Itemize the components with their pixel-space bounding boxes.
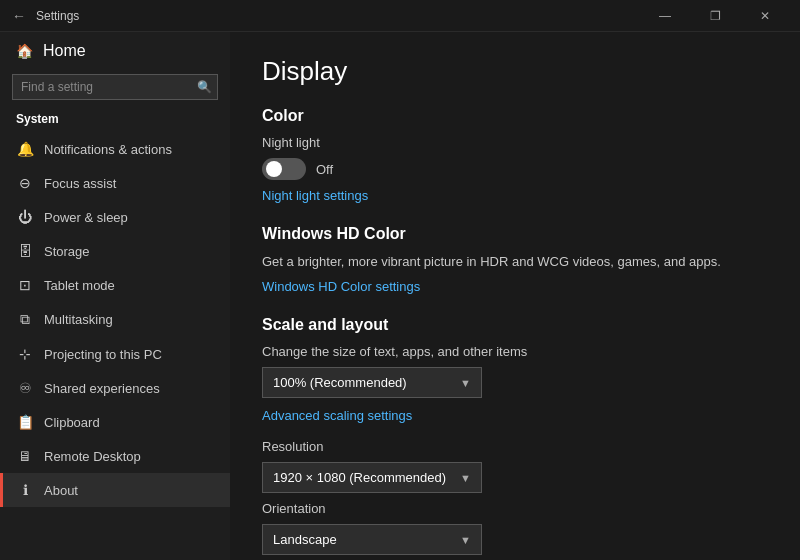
night-light-status: Off [316, 162, 333, 177]
page-title: Display [262, 56, 768, 87]
titlebar-controls: — ❐ ✕ [642, 0, 788, 32]
night-light-row: Off [262, 158, 768, 180]
sidebar-item-label: Shared experiences [44, 381, 160, 396]
sidebar-item-label: Clipboard [44, 415, 100, 430]
sidebar-item-label: Projecting to this PC [44, 347, 162, 362]
focus-icon: ⊖ [16, 175, 34, 191]
section-label: System [0, 108, 230, 132]
scale-label: Change the size of text, apps, and other… [262, 344, 768, 359]
orientation-dropdown-arrow: ▼ [460, 534, 471, 546]
night-light-settings-link[interactable]: Night light settings [262, 188, 368, 203]
scale-dropdown[interactable]: 100% (Recommended) ▼ [262, 367, 482, 398]
scale-dropdown-arrow: ▼ [460, 377, 471, 389]
resolution-dropdown-arrow: ▼ [460, 472, 471, 484]
sidebar-item-label: About [44, 483, 78, 498]
titlebar: ← Settings — ❐ ✕ [0, 0, 800, 32]
scale-value: 100% (Recommended) [273, 375, 407, 390]
night-light-label: Night light [262, 135, 768, 150]
projecting-icon: ⊹ [16, 346, 34, 362]
home-icon: 🏠 [16, 43, 33, 59]
sidebar-item-shared[interactable]: ♾ Shared experiences [0, 371, 230, 405]
remote-icon: 🖥 [16, 448, 34, 464]
search-input[interactable] [12, 74, 218, 100]
sidebar: 🏠 Home 🔍 System 🔔 Notifications & action… [0, 32, 230, 560]
sidebar-item-label: Storage [44, 244, 90, 259]
titlebar-title: Settings [36, 9, 79, 23]
sidebar-item-label: Notifications & actions [44, 142, 172, 157]
close-button[interactable]: ✕ [742, 0, 788, 32]
home-label: Home [43, 42, 86, 60]
sidebar-item-focus[interactable]: ⊖ Focus assist [0, 166, 230, 200]
hd-color-description: Get a brighter, more vibrant picture in … [262, 253, 722, 271]
sidebar-item-label: Multitasking [44, 312, 113, 327]
sidebar-item-notifications[interactable]: 🔔 Notifications & actions [0, 132, 230, 166]
sidebar-item-power[interactable]: ⏻ Power & sleep [0, 200, 230, 234]
clipboard-icon: 📋 [16, 414, 34, 430]
orientation-label: Orientation [262, 501, 768, 516]
resolution-label: Resolution [262, 439, 768, 454]
sidebar-item-projecting[interactable]: ⊹ Projecting to this PC [0, 337, 230, 371]
scale-section-title: Scale and layout [262, 316, 768, 334]
resolution-dropdown[interactable]: 1920 × 1080 (Recommended) ▼ [262, 462, 482, 493]
resolution-value: 1920 × 1080 (Recommended) [273, 470, 446, 485]
sidebar-item-remote[interactable]: 🖥 Remote Desktop [0, 439, 230, 473]
minimize-button[interactable]: — [642, 0, 688, 32]
multitasking-icon: ⧉ [16, 311, 34, 328]
home-item[interactable]: 🏠 Home [0, 32, 230, 70]
search-box: 🔍 [12, 74, 218, 100]
orientation-value: Landscape [273, 532, 337, 547]
sidebar-item-label: Remote Desktop [44, 449, 141, 464]
notifications-icon: 🔔 [16, 141, 34, 157]
tablet-icon: ⊡ [16, 277, 34, 293]
sidebar-item-tablet[interactable]: ⊡ Tablet mode [0, 268, 230, 302]
sidebar-item-label: Power & sleep [44, 210, 128, 225]
restore-button[interactable]: ❐ [692, 0, 738, 32]
color-section-title: Color [262, 107, 768, 125]
sidebar-item-storage[interactable]: 🗄 Storage [0, 234, 230, 268]
hd-color-title: Windows HD Color [262, 225, 768, 243]
orientation-dropdown[interactable]: Landscape ▼ [262, 524, 482, 555]
storage-icon: 🗄 [16, 243, 34, 259]
sidebar-item-about[interactable]: ℹ About [0, 473, 230, 507]
app-body: 🏠 Home 🔍 System 🔔 Notifications & action… [0, 32, 800, 560]
shared-icon: ♾ [16, 380, 34, 396]
back-button[interactable]: ← [12, 8, 26, 24]
advanced-scaling-link[interactable]: Advanced scaling settings [262, 408, 412, 423]
sidebar-item-multitasking[interactable]: ⧉ Multitasking [0, 302, 230, 337]
sidebar-item-label: Focus assist [44, 176, 116, 191]
sidebar-item-label: Tablet mode [44, 278, 115, 293]
sidebar-item-clipboard[interactable]: 📋 Clipboard [0, 405, 230, 439]
power-icon: ⏻ [16, 209, 34, 225]
night-light-toggle[interactable] [262, 158, 306, 180]
content-area: Display Color Night light Off Night ligh… [230, 32, 800, 560]
search-icon: 🔍 [197, 80, 212, 94]
about-icon: ℹ [16, 482, 34, 498]
hd-color-link[interactable]: Windows HD Color settings [262, 279, 420, 294]
